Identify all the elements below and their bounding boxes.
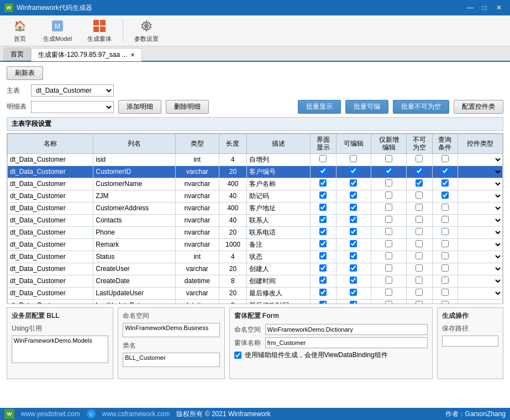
th-ui-show: 界面显示: [310, 134, 336, 154]
viewbinding-checkbox[interactable]: [234, 352, 241, 359]
title-bar: W Winframework代码生成器 — □ ✕: [0, 0, 510, 15]
save-path-row: 保存路径: [442, 324, 498, 333]
class-textarea[interactable]: BLL_Customer: [123, 353, 219, 367]
checkbox-label: 使用辅助组件生成，会使用ViewDataBinding组件: [245, 350, 388, 360]
toolbar-gen-form-label: 生成窗体: [87, 35, 112, 43]
copyright-text: 版权所有 © 2021 Winframework: [176, 410, 270, 419]
toolbar-divider: [123, 20, 123, 42]
app-icon: W: [4, 3, 13, 12]
table-row[interactable]: dt_Data_CustomerCustomerAddressnvarchar4…: [8, 202, 503, 214]
table-row[interactable]: dt_Data_CustomerCustomerIDvarchar20客户编号: [8, 166, 503, 178]
class-row: 类名: [123, 341, 219, 350]
table-row[interactable]: dt_Data_CustomerLastUpdateDatedatetime8最…: [8, 299, 503, 304]
minimize-button[interactable]: —: [464, 2, 477, 13]
form-name-label: 窗体名称: [234, 338, 262, 348]
table-row[interactable]: dt_Data_CustomerCreateUservarchar20创建人: [8, 263, 503, 275]
main-table-row: 主表 dt_Data_Customer: [7, 84, 503, 97]
table-row[interactable]: dt_Data_CustomerCreateDatedatetime8创建时间: [8, 275, 503, 287]
save-path-label: 保存路径: [442, 324, 470, 333]
tab-close-icon[interactable]: ✕: [130, 52, 135, 58]
class-label: 类名: [123, 341, 150, 350]
website1-link[interactable]: www.yesdotnet.com: [21, 410, 80, 418]
namespace-label: 命名空间: [123, 311, 150, 321]
form-namespace-label: 命名空间: [234, 325, 262, 334]
batch-show-button[interactable]: 批量显示: [298, 100, 341, 114]
generate-title: 生成操作: [442, 311, 498, 321]
form-panel: 窗体配置 Form 命名空间 窗体名称 使用辅助组件生成，会使用ViewData…: [229, 307, 433, 379]
main-table-section-title: 主表字段设置: [7, 117, 503, 131]
config-control-button[interactable]: 配置控件类: [454, 100, 503, 114]
tab-gen-form-label: 生成窗体-120.79.85.97_saa ...: [38, 50, 127, 60]
batch-not-null-button[interactable]: 批量不可为空: [393, 100, 449, 114]
toolbar-settings[interactable]: 参数设置: [128, 16, 165, 45]
save-path-input[interactable]: [442, 336, 498, 347]
gen-model-icon: M: [50, 18, 65, 34]
th-control-type: 控件类型: [458, 134, 503, 154]
form-namespace-row: 命名空间: [234, 324, 428, 335]
using-textarea[interactable]: WinFrameworkDemo.Models: [12, 336, 108, 363]
th-insert-only: 仅新增编辑: [371, 134, 407, 154]
using-label: Using引用: [12, 324, 42, 333]
toolbar-home-label: 首页: [14, 35, 26, 43]
svg-rect-4: [93, 26, 99, 32]
main-table-label: 主表: [7, 86, 27, 95]
tab-bar: 首页 生成窗体-120.79.85.97_saa ... ✕: [0, 46, 510, 62]
table-row[interactable]: dt_Data_Customerisidint4自增列: [8, 153, 503, 166]
status-icon: W: [4, 409, 14, 419]
toolbar-settings-label: 参数设置: [134, 35, 159, 43]
svg-rect-3: [100, 20, 106, 25]
website2-link[interactable]: www.csframework.com: [102, 410, 170, 418]
add-detail-button[interactable]: 添加明细: [118, 100, 161, 114]
th-name: 名称: [8, 134, 93, 154]
th-editable: 可编辑: [336, 134, 371, 154]
bll-panel-title: 业务层配置 BLL: [12, 311, 108, 321]
bll-panel: 业务层配置 BLL Using引用 WinFrameworkDemo.Model…: [7, 307, 113, 379]
settings-icon: [139, 18, 154, 34]
svg-text:M: M: [55, 23, 60, 30]
namespace-textarea[interactable]: WinFrameworkDemo.Business: [123, 323, 219, 337]
maximize-button[interactable]: □: [478, 2, 491, 13]
svg-point-6: [144, 24, 149, 28]
tab-gen-form[interactable]: 生成窗体-120.79.85.97_saa ... ✕: [31, 48, 142, 61]
app-title: Winframework代码生成器: [17, 3, 92, 13]
form-namespace-input[interactable]: [265, 324, 428, 335]
table-row[interactable]: dt_Data_CustomerContactsnvarchar40联系人: [8, 214, 503, 226]
gen-form-icon: [92, 18, 107, 34]
th-type: 类型: [175, 134, 219, 154]
main-table-select[interactable]: dt_Data_Customer: [31, 84, 114, 97]
form-name-input[interactable]: [265, 337, 428, 348]
status-bar: W www.yesdotnet.com C www.csframework.co…: [0, 408, 510, 420]
generate-panel: 生成操作 保存路径: [437, 307, 503, 379]
refresh-row: 刷新表: [7, 66, 503, 80]
bottom-section: 业务层配置 BLL Using引用 WinFrameworkDemo.Model…: [7, 307, 503, 379]
table-row[interactable]: dt_Data_CustomerRemarknvarchar1000备注: [8, 238, 503, 251]
table-row[interactable]: dt_Data_CustomerCustomerNamenvarchar400客…: [8, 178, 503, 190]
table-row[interactable]: dt_Data_CustomerZJMnvarchar40助记码: [8, 190, 503, 202]
close-button[interactable]: ✕: [492, 2, 506, 13]
table-header-row: 名称 列名 类型 长度 描述 界面显示 可编辑 仅新增编辑 不可为空 查询条件 …: [8, 134, 503, 154]
detail-table-row: 明细表 添加明细 删除明细 批量显示 批量可编 批量不可为空 配置控件类: [7, 100, 503, 114]
detail-table-select[interactable]: [31, 101, 114, 113]
table-row[interactable]: dt_Data_CustomerLastUpdateUservarchar20最…: [8, 287, 503, 299]
window-controls: — □ ✕: [464, 2, 506, 13]
field-table: 名称 列名 类型 长度 描述 界面显示 可编辑 仅新增编辑 不可为空 查询条件 …: [7, 134, 503, 304]
toolbar-home[interactable]: 🏠 首页: [6, 16, 34, 45]
author-text: 作者：GarsonZhang: [445, 410, 506, 419]
using-row: Using引用: [12, 324, 108, 333]
field-table-container[interactable]: 名称 列名 类型 长度 描述 界面显示 可编辑 仅新增编辑 不可为空 查询条件 …: [7, 133, 503, 304]
refresh-button[interactable]: 刷新表: [7, 66, 43, 80]
toolbar-gen-model[interactable]: M 生成Model: [36, 16, 78, 45]
tab-home[interactable]: 首页: [3, 47, 31, 61]
table-row[interactable]: dt_Data_CustomerPhonenvarchar20联系电话: [8, 226, 503, 238]
batch-editable-button[interactable]: 批量可编: [345, 100, 388, 114]
remove-detail-button[interactable]: 删除明细: [166, 100, 209, 114]
th-not-null: 不可为空: [406, 134, 432, 154]
detail-table-label: 明细表: [7, 102, 27, 111]
toolbar-gen-form[interactable]: 生成窗体: [81, 16, 118, 45]
home-icon: 🏠: [12, 18, 28, 34]
svg-rect-5: [100, 26, 106, 32]
form-name-row: 窗体名称: [234, 337, 428, 348]
table-row[interactable]: dt_Data_CustomerStatusint4状态: [8, 251, 503, 263]
th-length: 长度: [219, 134, 247, 154]
th-column: 列名: [93, 134, 176, 154]
